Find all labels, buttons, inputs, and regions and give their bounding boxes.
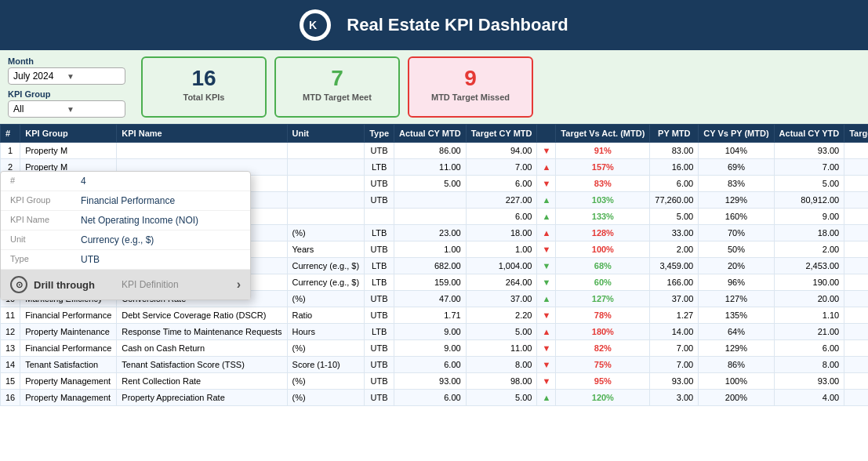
kpi-group-dropdown-arrow: ▼ [67, 105, 120, 114]
popup-kpi-group-row: KPI Group Financial Performance [1, 191, 250, 211]
popup-kpi-name-row: KPI Name Net Operating Income (NOI) [1, 211, 250, 230]
page-header: K Real Estate KPI Dashboard [0, 0, 868, 50]
svg-text:K: K [309, 19, 317, 31]
month-select[interactable]: July 2024 ▼ [8, 67, 125, 85]
kpi-total-value: 16 [158, 66, 249, 91]
popup-unit-val: Currency (e.g., $) [81, 234, 154, 245]
kpi-group-filter[interactable]: KPI Group All ▼ [8, 89, 125, 118]
popup-type-key: Type [10, 254, 81, 265]
kpi-missed-value: 9 [425, 66, 516, 91]
top-area: Month July 2024 ▼ KPI Group All ▼ 16 Tot… [0, 50, 868, 124]
popup-hash-key: # [10, 176, 81, 187]
popup-hash-val: 4 [81, 176, 86, 187]
month-filter[interactable]: Month July 2024 ▼ [8, 56, 125, 85]
popup-kpi-name-val: Net Operating Income (NOI) [81, 215, 198, 226]
popup-overlay: # 4 KPI Group Financial Performance KPI … [0, 124, 868, 406]
kpi-meet-card: 7 MTD Target Meet [274, 56, 400, 118]
kpi-missed-label: MTD Target Missed [425, 93, 516, 102]
popup-hash-row: # 4 [1, 172, 250, 191]
popup-unit-key: Unit [10, 234, 81, 245]
month-filter-label: Month [8, 56, 125, 66]
kpi-meet-label: MTD Target Meet [292, 93, 383, 102]
popup-unit-row: Unit Currency (e.g., $) [1, 230, 250, 250]
kpi-cards: 16 Total KPIs 7 MTD Target Meet 9 MTD Ta… [141, 56, 533, 118]
kpi-meet-value: 7 [292, 66, 383, 91]
kpi-group-filter-label: KPI Group [8, 89, 125, 99]
kpi-total-label: Total KPIs [158, 93, 249, 102]
page-title: Real Estate KPI Dashboard [347, 15, 568, 35]
kpi-definition-label: KPI Definition [122, 279, 179, 290]
popup-kpi-name-key: KPI Name [10, 215, 81, 226]
kpi-group-select[interactable]: All ▼ [8, 100, 125, 118]
logo: K [300, 9, 331, 41]
popup-type-val: UTB [81, 254, 100, 265]
drill-arrow-icon: › [237, 278, 241, 292]
popup-kpi-group-key: KPI Group [10, 195, 81, 206]
kpi-total-card: 16 Total KPIs [141, 56, 267, 118]
drill-circle-icon: ⊙ [10, 276, 27, 293]
kpi-missed-card: 9 MTD Target Missed [408, 56, 533, 118]
popup-kpi-group-val: Financial Performance [81, 195, 175, 206]
drill-label: Drill through [34, 279, 95, 291]
filters-column: Month July 2024 ▼ KPI Group All ▼ [8, 56, 125, 118]
row-popup: # 4 KPI Group Financial Performance KPI … [0, 171, 251, 300]
drill-through-row[interactable]: ⊙ Drill through KPI Definition › [1, 270, 250, 299]
popup-type-row: Type UTB [1, 250, 250, 270]
table-container: # KPI Group KPI Name Unit Type Actual CY… [0, 124, 868, 406]
month-dropdown-arrow: ▼ [67, 72, 120, 81]
